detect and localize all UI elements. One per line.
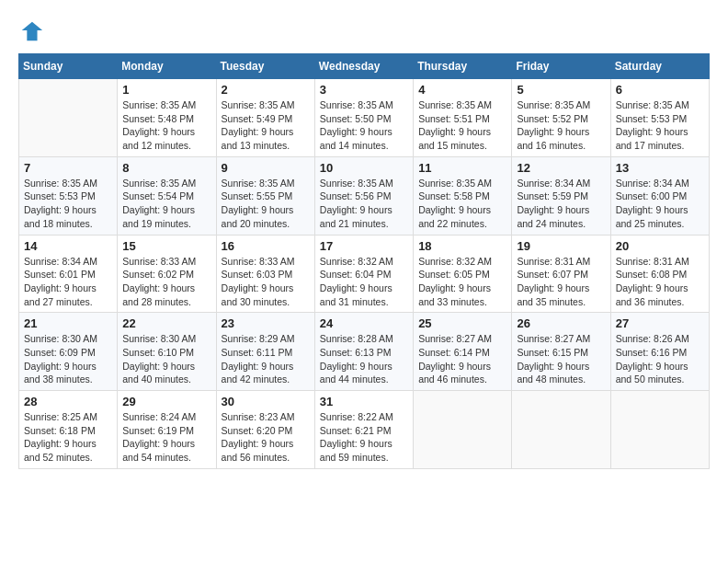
day-info: Sunrise: 8:25 AM Sunset: 6:18 PM Dayligh… xyxy=(24,410,112,465)
day-number: 19 xyxy=(517,239,605,253)
page-header xyxy=(18,18,710,44)
calendar-cell: 1Sunrise: 8:35 AM Sunset: 5:48 PM Daylig… xyxy=(118,79,216,157)
day-info: Sunrise: 8:35 AM Sunset: 5:48 PM Dayligh… xyxy=(122,98,210,153)
day-info: Sunrise: 8:35 AM Sunset: 5:51 PM Dayligh… xyxy=(418,98,506,153)
calendar-cell: 30Sunrise: 8:23 AM Sunset: 6:20 PM Dayli… xyxy=(216,391,314,469)
calendar-cell: 16Sunrise: 8:33 AM Sunset: 6:03 PM Dayli… xyxy=(216,235,314,313)
day-info: Sunrise: 8:23 AM Sunset: 6:20 PM Dayligh… xyxy=(222,410,310,465)
day-info: Sunrise: 8:27 AM Sunset: 6:14 PM Dayligh… xyxy=(418,332,506,386)
day-info: Sunrise: 8:33 AM Sunset: 6:02 PM Dayligh… xyxy=(122,255,210,309)
calendar-cell: 28Sunrise: 8:25 AM Sunset: 6:18 PM Dayli… xyxy=(19,391,118,469)
calendar-cell: 25Sunrise: 8:27 AM Sunset: 6:14 PM Dayli… xyxy=(414,313,512,391)
day-number: 8 xyxy=(122,161,210,175)
calendar-cell xyxy=(610,391,709,469)
calendar-cell: 12Sunrise: 8:34 AM Sunset: 5:59 PM Dayli… xyxy=(512,156,610,235)
calendar-cell: 10Sunrise: 8:35 AM Sunset: 5:56 PM Dayli… xyxy=(314,156,413,235)
calendar-cell: 11Sunrise: 8:35 AM Sunset: 5:58 PM Dayli… xyxy=(414,156,512,235)
day-number: 26 xyxy=(517,316,605,330)
day-info: Sunrise: 8:33 AM Sunset: 6:03 PM Dayligh… xyxy=(222,255,310,309)
day-info: Sunrise: 8:35 AM Sunset: 5:56 PM Dayligh… xyxy=(320,177,408,231)
day-info: Sunrise: 8:35 AM Sunset: 5:52 PM Dayligh… xyxy=(517,98,605,153)
logo xyxy=(18,18,48,44)
calendar-cell: 17Sunrise: 8:32 AM Sunset: 6:04 PM Dayli… xyxy=(314,235,413,313)
weekday-header: Friday xyxy=(512,54,610,79)
weekday-header: Tuesday xyxy=(216,54,314,79)
calendar-cell xyxy=(512,391,610,469)
day-number: 31 xyxy=(320,395,408,408)
day-info: Sunrise: 8:31 AM Sunset: 6:07 PM Dayligh… xyxy=(517,255,605,309)
calendar-header-row: SundayMondayTuesdayWednesdayThursdayFrid… xyxy=(19,54,710,79)
day-number: 1 xyxy=(122,83,210,97)
calendar-cell: 20Sunrise: 8:31 AM Sunset: 6:08 PM Dayli… xyxy=(610,235,709,313)
day-info: Sunrise: 8:35 AM Sunset: 5:53 PM Dayligh… xyxy=(24,177,112,231)
weekday-header: Thursday xyxy=(414,54,512,79)
calendar-cell: 29Sunrise: 8:24 AM Sunset: 6:19 PM Dayli… xyxy=(118,391,216,469)
day-number: 15 xyxy=(122,239,210,253)
calendar-cell: 24Sunrise: 8:28 AM Sunset: 6:13 PM Dayli… xyxy=(314,313,413,391)
day-number: 22 xyxy=(122,316,210,330)
calendar-cell: 18Sunrise: 8:32 AM Sunset: 6:05 PM Dayli… xyxy=(414,235,512,313)
calendar-cell: 27Sunrise: 8:26 AM Sunset: 6:16 PM Dayli… xyxy=(610,313,709,391)
day-number: 7 xyxy=(24,161,112,175)
weekday-header: Sunday xyxy=(19,54,118,79)
calendar-cell: 4Sunrise: 8:35 AM Sunset: 5:51 PM Daylig… xyxy=(414,79,512,157)
calendar-table: SundayMondayTuesdayWednesdayThursdayFrid… xyxy=(18,53,710,469)
day-number: 21 xyxy=(24,316,112,330)
day-number: 13 xyxy=(616,161,704,175)
day-number: 3 xyxy=(320,83,408,97)
calendar-cell xyxy=(414,391,512,469)
day-info: Sunrise: 8:35 AM Sunset: 5:54 PM Dayligh… xyxy=(122,177,210,231)
day-info: Sunrise: 8:35 AM Sunset: 5:55 PM Dayligh… xyxy=(222,177,310,231)
calendar-cell: 7Sunrise: 8:35 AM Sunset: 5:53 PM Daylig… xyxy=(19,156,118,235)
day-info: Sunrise: 8:29 AM Sunset: 6:11 PM Dayligh… xyxy=(222,332,310,386)
day-number: 17 xyxy=(320,239,408,253)
day-info: Sunrise: 8:35 AM Sunset: 5:58 PM Dayligh… xyxy=(418,177,506,231)
day-number: 16 xyxy=(222,239,310,253)
logo-icon xyxy=(18,18,44,44)
calendar-cell: 2Sunrise: 8:35 AM Sunset: 5:49 PM Daylig… xyxy=(216,79,314,157)
day-info: Sunrise: 8:27 AM Sunset: 6:15 PM Dayligh… xyxy=(517,332,605,386)
calendar-week-row: 14Sunrise: 8:34 AM Sunset: 6:01 PM Dayli… xyxy=(19,235,710,313)
calendar-cell: 9Sunrise: 8:35 AM Sunset: 5:55 PM Daylig… xyxy=(216,156,314,235)
day-number: 24 xyxy=(320,316,408,330)
day-info: Sunrise: 8:26 AM Sunset: 6:16 PM Dayligh… xyxy=(616,332,704,386)
calendar-cell: 3Sunrise: 8:35 AM Sunset: 5:50 PM Daylig… xyxy=(314,79,413,157)
day-info: Sunrise: 8:34 AM Sunset: 5:59 PM Dayligh… xyxy=(517,177,605,231)
day-info: Sunrise: 8:32 AM Sunset: 6:04 PM Dayligh… xyxy=(320,255,408,309)
day-number: 18 xyxy=(418,239,506,253)
calendar-week-row: 21Sunrise: 8:30 AM Sunset: 6:09 PM Dayli… xyxy=(19,313,710,391)
calendar-week-row: 1Sunrise: 8:35 AM Sunset: 5:48 PM Daylig… xyxy=(19,79,710,157)
calendar-cell: 5Sunrise: 8:35 AM Sunset: 5:52 PM Daylig… xyxy=(512,79,610,157)
calendar-cell: 22Sunrise: 8:30 AM Sunset: 6:10 PM Dayli… xyxy=(118,313,216,391)
calendar-cell: 8Sunrise: 8:35 AM Sunset: 5:54 PM Daylig… xyxy=(118,156,216,235)
calendar-cell: 13Sunrise: 8:34 AM Sunset: 6:00 PM Dayli… xyxy=(610,156,709,235)
day-number: 12 xyxy=(517,161,605,175)
day-info: Sunrise: 8:35 AM Sunset: 5:50 PM Dayligh… xyxy=(320,98,408,153)
calendar-cell: 14Sunrise: 8:34 AM Sunset: 6:01 PM Dayli… xyxy=(19,235,118,313)
day-info: Sunrise: 8:30 AM Sunset: 6:09 PM Dayligh… xyxy=(24,332,112,386)
day-number: 4 xyxy=(418,83,506,97)
day-number: 10 xyxy=(320,161,408,175)
day-info: Sunrise: 8:30 AM Sunset: 6:10 PM Dayligh… xyxy=(122,332,210,386)
day-number: 29 xyxy=(122,395,210,408)
day-number: 5 xyxy=(517,83,605,97)
day-number: 30 xyxy=(222,395,310,408)
day-info: Sunrise: 8:35 AM Sunset: 5:53 PM Dayligh… xyxy=(616,98,704,153)
calendar-cell: 23Sunrise: 8:29 AM Sunset: 6:11 PM Dayli… xyxy=(216,313,314,391)
day-number: 2 xyxy=(222,83,310,97)
calendar-cell: 26Sunrise: 8:27 AM Sunset: 6:15 PM Dayli… xyxy=(512,313,610,391)
day-number: 25 xyxy=(418,316,506,330)
calendar-week-row: 7Sunrise: 8:35 AM Sunset: 5:53 PM Daylig… xyxy=(19,156,710,235)
day-info: Sunrise: 8:34 AM Sunset: 6:00 PM Dayligh… xyxy=(616,177,704,231)
day-info: Sunrise: 8:28 AM Sunset: 6:13 PM Dayligh… xyxy=(320,332,408,386)
day-info: Sunrise: 8:34 AM Sunset: 6:01 PM Dayligh… xyxy=(24,255,112,309)
calendar-week-row: 28Sunrise: 8:25 AM Sunset: 6:18 PM Dayli… xyxy=(19,391,710,469)
weekday-header: Saturday xyxy=(610,54,709,79)
day-info: Sunrise: 8:31 AM Sunset: 6:08 PM Dayligh… xyxy=(616,255,704,309)
day-number: 27 xyxy=(616,316,704,330)
weekday-header: Monday xyxy=(118,54,216,79)
calendar-cell xyxy=(19,79,118,157)
day-number: 9 xyxy=(222,161,310,175)
calendar-cell: 19Sunrise: 8:31 AM Sunset: 6:07 PM Dayli… xyxy=(512,235,610,313)
day-number: 11 xyxy=(418,161,506,175)
